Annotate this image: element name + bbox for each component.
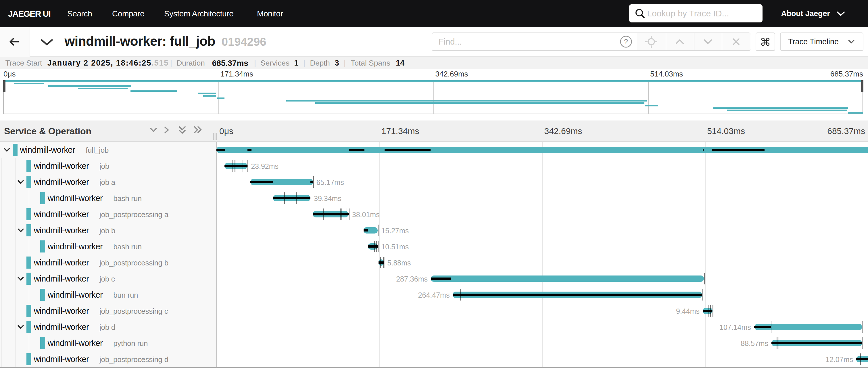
- svg-text:?: ?: [624, 38, 628, 46]
